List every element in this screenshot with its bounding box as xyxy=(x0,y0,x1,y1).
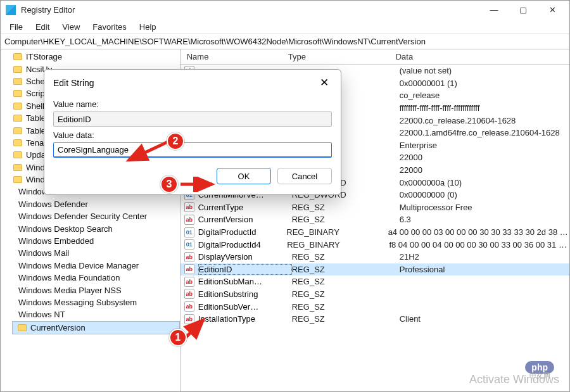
tree-item[interactable]: Windows Mail xyxy=(1,247,180,259)
tree-item[interactable]: Windows NT xyxy=(1,308,180,320)
col-type[interactable]: Type xyxy=(288,52,396,61)
dialog-title: Edit String xyxy=(53,78,315,88)
folder-icon xyxy=(13,151,22,158)
cell-name: DigitalProductId4 xyxy=(198,240,287,250)
minimize-button[interactable]: — xyxy=(479,1,509,20)
list-row[interactable]: abEditionSubVer…REG_SZ xyxy=(180,300,569,313)
menu-help[interactable]: Help xyxy=(133,21,163,33)
tree-item[interactable]: Windows Defender xyxy=(1,198,180,210)
string-value-icon: ab xyxy=(184,277,194,287)
tree-item[interactable]: CurrentVersion xyxy=(12,321,180,334)
value-name-input[interactable] xyxy=(53,111,332,127)
php-logo-sub: 中文网 xyxy=(529,371,550,381)
cell-name: InstallationType xyxy=(198,314,292,324)
cell-data: 22000.1.amd64fre.co_release.210604-1628 xyxy=(400,128,569,137)
address-bar[interactable]: Computer\HKEY_LOCAL_MACHINE\SOFTWARE\Mic… xyxy=(1,34,569,49)
col-data[interactable]: Data xyxy=(396,52,569,61)
folder-icon xyxy=(6,299,15,306)
cell-type: REG_SZ xyxy=(292,302,400,312)
tree-item-label: Windows Defender xyxy=(18,199,88,209)
folder-icon xyxy=(13,164,22,171)
string-value-icon: ab xyxy=(184,289,194,299)
tree-item[interactable]: Windows Media Foundation xyxy=(1,272,180,284)
col-name[interactable]: Name xyxy=(180,52,288,61)
annotation-badge-1: 1 xyxy=(169,329,187,346)
cell-name: EditionSubVer… xyxy=(198,302,292,312)
cell-data: Enterprise xyxy=(400,141,569,150)
binary-value-icon: 01 xyxy=(184,227,194,237)
svg-line-0 xyxy=(129,141,169,160)
cell-data: ffffffff-ffff-ffff-ffff-ffffffffffff xyxy=(400,103,569,113)
list-row[interactable]: abCurrentVersionREG_SZ6.3 xyxy=(180,213,569,226)
tree-item-label: Windows Desktop Search xyxy=(18,224,113,234)
tree-item-label: Windows Defender Security Center xyxy=(18,212,147,221)
list-row[interactable]: 01DigitalProductIdREG_BINARYa4 00 00 00 … xyxy=(180,226,569,239)
ok-button[interactable]: OK xyxy=(217,168,271,184)
cell-data: Multiprocessor Free xyxy=(400,203,569,212)
tree-item[interactable]: Windows Defender Security Center xyxy=(1,210,180,222)
list-row[interactable]: 01DigitalProductId4REG_BINARYf8 04 00 00… xyxy=(180,238,569,251)
cell-data: 22000 xyxy=(400,153,569,162)
menubar: File Edit View Favorites Help xyxy=(1,20,569,34)
close-button[interactable]: ✕ xyxy=(538,1,567,20)
folder-icon xyxy=(13,78,22,85)
tree-item[interactable]: ITStorage xyxy=(8,51,180,63)
string-value-icon: ab xyxy=(184,202,194,212)
tree-item[interactable]: Windows Desktop Search xyxy=(1,222,180,234)
list-row[interactable]: abEditionIDREG_SZProfessional xyxy=(180,263,569,276)
string-value-icon: ab xyxy=(184,264,194,274)
cell-data: 0x0000000a (10) xyxy=(400,178,569,187)
tree-item[interactable]: Windows Messaging Subsystem xyxy=(1,296,180,308)
cell-name: DisplayVersion xyxy=(198,252,292,262)
tree-item[interactable]: Windows Media Device Manager xyxy=(1,260,180,272)
dialog-close-icon[interactable]: ✕ xyxy=(315,76,333,89)
tree-item-label: ITStorage xyxy=(26,52,62,61)
dialog-titlebar[interactable]: Edit String ✕ xyxy=(44,70,341,93)
menu-view[interactable]: View xyxy=(56,21,86,33)
annotation-badge-3: 3 xyxy=(160,175,178,193)
cell-data: f8 04 00 00 04 00 00 00 30 00 33 00 36 0… xyxy=(389,240,569,250)
menu-file[interactable]: File xyxy=(3,21,29,33)
value-data-input[interactable] xyxy=(53,142,332,158)
menu-favorites[interactable]: Favorites xyxy=(86,21,132,33)
tree-item[interactable]: Windows Media Player NSS xyxy=(1,284,180,296)
list-row[interactable]: abEditionSubMan…REG_SZ xyxy=(180,275,569,288)
folder-icon xyxy=(13,103,22,110)
string-value-icon: ab xyxy=(184,252,194,262)
cell-name: EditionID xyxy=(198,264,292,275)
cell-type: REG_BINARY xyxy=(286,227,388,237)
tree-item-label: Shell xyxy=(26,101,44,111)
menu-edit[interactable]: Edit xyxy=(29,21,56,33)
string-value-icon: ab xyxy=(184,301,194,312)
folder-icon xyxy=(13,176,22,183)
list-row[interactable]: abCurrentTypeREG_SZMultiprocessor Free xyxy=(180,201,569,214)
folder-icon xyxy=(6,225,15,232)
folder-icon xyxy=(6,201,15,208)
folder-icon xyxy=(13,90,22,97)
cell-data: 0x00000000 (0) xyxy=(400,190,569,199)
folder-icon xyxy=(13,53,22,60)
cell-data: 21H2 xyxy=(400,252,569,262)
maximize-button[interactable]: ▢ xyxy=(509,1,538,20)
folder-icon xyxy=(13,115,22,122)
list-row[interactable]: abDisplayVersionREG_SZ21H2 xyxy=(180,251,569,263)
cell-data: Professional xyxy=(400,265,569,274)
tree-item-label: Windows Messaging Subsystem xyxy=(18,298,137,307)
folder-icon xyxy=(6,237,15,244)
folder-icon xyxy=(13,66,22,73)
cell-name: CurrentVersion xyxy=(198,215,292,224)
cell-type: REG_SZ xyxy=(292,203,400,212)
folder-icon xyxy=(6,262,15,269)
folder-icon xyxy=(6,213,15,220)
cell-name: EditionSubMan… xyxy=(198,277,292,286)
svg-line-2 xyxy=(186,320,203,338)
list-row[interactable]: abEditionSubstringREG_SZ xyxy=(180,288,569,301)
window-title: Registry Editor xyxy=(21,5,75,15)
cell-data: co_release xyxy=(400,91,569,100)
folder-icon xyxy=(6,274,15,281)
tree-item-label: Windows Mail xyxy=(18,248,69,258)
tree-item[interactable]: Windows Embedded xyxy=(1,235,180,247)
list-row[interactable]: abInstallationTypeREG_SZClient xyxy=(180,313,569,326)
cell-data: 0x00000001 (1) xyxy=(400,79,569,88)
cancel-button[interactable]: Cancel xyxy=(277,168,332,184)
